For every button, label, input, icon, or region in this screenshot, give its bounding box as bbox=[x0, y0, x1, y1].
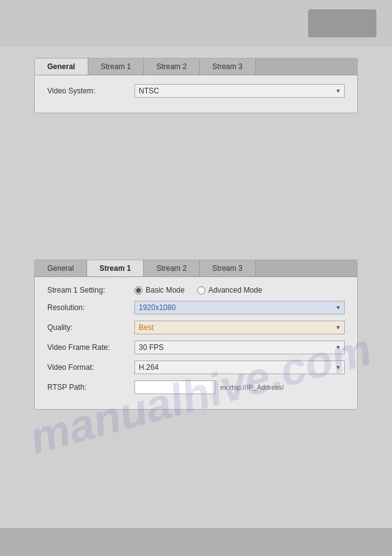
resolution-row: Resolution: 1920x1080 1280x720 640x480 bbox=[47, 301, 345, 314]
stream1-mode-radio-group: Basic Mode Advanced Mode bbox=[134, 286, 345, 294]
spacer bbox=[34, 123, 358, 260]
framerate-select[interactable]: 30 FPS 25 FPS 15 FPS bbox=[134, 341, 345, 354]
tab-stream1-1[interactable]: Stream 1 bbox=[88, 59, 144, 75]
panel-2: General Stream 1 Stream 2 Stream 3 Strea… bbox=[34, 260, 358, 410]
video-system-row: Video System: NTSC PAL bbox=[47, 84, 345, 98]
panel-1: General Stream 1 Stream 2 Stream 3 Video… bbox=[34, 58, 358, 113]
tab-bar-1: General Stream 1 Stream 2 Stream 3 bbox=[35, 59, 357, 75]
videoformat-control: H.264 H.265 MJPEG bbox=[134, 360, 345, 374]
video-system-label: Video System: bbox=[47, 87, 134, 95]
advanced-mode-radio[interactable] bbox=[197, 286, 205, 294]
resolution-label: Resolution: bbox=[47, 303, 134, 312]
framerate-select-wrapper: 30 FPS 25 FPS 15 FPS bbox=[134, 341, 345, 354]
rtsp-control: ex:rtsp://IP_Address/ bbox=[134, 380, 345, 394]
tab-general-1[interactable]: General bbox=[35, 59, 88, 75]
video-system-select[interactable]: NTSC PAL bbox=[134, 84, 345, 98]
rtsp-input-group: ex:rtsp://IP_Address/ bbox=[134, 380, 345, 394]
framerate-label: Video Frame Rate: bbox=[47, 343, 134, 352]
rtsp-text-input[interactable] bbox=[134, 380, 215, 394]
advanced-mode-option[interactable]: Advanced Mode bbox=[197, 286, 263, 294]
framerate-control: 30 FPS 25 FPS 15 FPS bbox=[134, 341, 345, 354]
rtsp-hint: ex:rtsp://IP_Address/ bbox=[220, 384, 284, 391]
rtsp-row: RTSP Path: ex:rtsp://IP_Address/ bbox=[47, 380, 345, 394]
tab-stream1-2[interactable]: Stream 1 bbox=[87, 260, 144, 276]
resolution-control: 1920x1080 1280x720 640x480 bbox=[134, 301, 345, 314]
basic-mode-option[interactable]: Basic Mode bbox=[134, 286, 185, 294]
quality-control: Best High Medium Low bbox=[134, 321, 345, 334]
advanced-mode-label: Advanced Mode bbox=[208, 286, 263, 294]
stream1-setting-row: Stream 1 Setting: Basic Mode Advanced Mo… bbox=[47, 286, 345, 294]
quality-select-wrapper: Best High Medium Low bbox=[134, 321, 345, 334]
top-right-button[interactable] bbox=[308, 9, 376, 37]
videoformat-label: Video Format: bbox=[47, 363, 134, 372]
stream1-setting-label: Stream 1 Setting: bbox=[47, 286, 134, 294]
quality-row: Quality: Best High Medium Low bbox=[47, 321, 345, 334]
video-system-select-wrapper: NTSC PAL bbox=[134, 84, 345, 98]
videoformat-select[interactable]: H.264 H.265 MJPEG bbox=[134, 360, 345, 374]
resolution-select-wrapper: 1920x1080 1280x720 640x480 bbox=[134, 301, 345, 314]
panel-2-body: Stream 1 Setting: Basic Mode Advanced Mo… bbox=[35, 277, 357, 409]
panel-1-body: Video System: NTSC PAL bbox=[35, 75, 357, 113]
bottom-bar bbox=[0, 528, 392, 556]
tab-stream2-2[interactable]: Stream 2 bbox=[144, 260, 200, 276]
tab-stream3-1[interactable]: Stream 3 bbox=[200, 59, 256, 75]
videoformat-select-wrapper: H.264 H.265 MJPEG bbox=[134, 360, 345, 374]
stream1-setting-control: Basic Mode Advanced Mode bbox=[134, 286, 345, 294]
top-area bbox=[0, 0, 392, 47]
resolution-select[interactable]: 1920x1080 1280x720 640x480 bbox=[134, 301, 345, 314]
basic-mode-radio[interactable] bbox=[134, 286, 142, 294]
video-system-control: NTSC PAL bbox=[134, 84, 345, 98]
tab-general-2[interactable]: General bbox=[35, 260, 87, 276]
tab-stream3-2[interactable]: Stream 3 bbox=[200, 260, 256, 276]
videoformat-row: Video Format: H.264 H.265 MJPEG bbox=[47, 360, 345, 374]
tab-bar-2: General Stream 1 Stream 2 Stream 3 bbox=[35, 260, 357, 277]
main-content: General Stream 1 Stream 2 Stream 3 Video… bbox=[0, 58, 392, 410]
rtsp-label: RTSP Path: bbox=[47, 383, 134, 392]
framerate-row: Video Frame Rate: 30 FPS 25 FPS 15 FPS bbox=[47, 341, 345, 354]
quality-label: Quality: bbox=[47, 323, 134, 332]
tab-stream2-1[interactable]: Stream 2 bbox=[144, 59, 200, 75]
basic-mode-label: Basic Mode bbox=[146, 286, 185, 294]
quality-select[interactable]: Best High Medium Low bbox=[134, 321, 345, 334]
